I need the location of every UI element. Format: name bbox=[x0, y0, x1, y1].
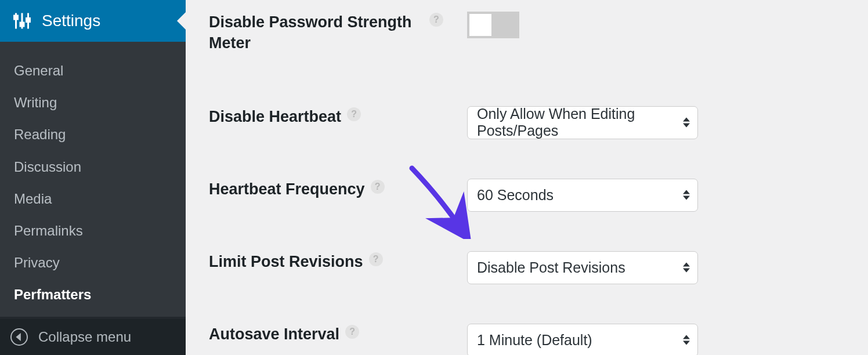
toggle-handle bbox=[469, 14, 491, 36]
select-disable-heartbeat[interactable]: Only Allow When Editing Posts/Pages bbox=[467, 106, 698, 139]
sidebar-item-privacy[interactable]: Privacy bbox=[0, 247, 186, 278]
row-disable-password-strength: Disable Password Strength Meter ? bbox=[209, 12, 868, 54]
setting-label: Autosave Interval bbox=[209, 324, 339, 345]
sidebar-item-settings[interactable]: Settings bbox=[0, 0, 186, 42]
settings-content: Disable Password Strength Meter ? Disabl… bbox=[209, 0, 868, 355]
select-wrap: 60 Seconds bbox=[467, 179, 698, 212]
select-wrap: 1 Minute (Default) bbox=[467, 324, 698, 355]
svg-rect-4 bbox=[20, 23, 24, 26]
admin-sidebar: Settings General Writing Reading Discuss… bbox=[0, 0, 186, 355]
row-autosave-interval: Autosave Interval ? 1 Minute (Default) bbox=[209, 324, 868, 355]
label-wrap: Disable Password Strength Meter ? bbox=[209, 12, 467, 54]
select-wrap: Disable Post Revisions bbox=[467, 251, 698, 284]
collapse-label: Collapse menu bbox=[38, 329, 131, 345]
label-wrap: Disable Heartbeat ? bbox=[209, 106, 467, 127]
collapse-menu-button[interactable]: Collapse menu bbox=[0, 319, 186, 355]
select-limit-post-revisions[interactable]: Disable Post Revisions bbox=[467, 251, 698, 284]
svg-rect-5 bbox=[27, 19, 30, 22]
sidebar-item-perfmatters[interactable]: Perfmatters bbox=[0, 278, 186, 310]
setting-label: Disable Password Strength Meter bbox=[209, 12, 424, 54]
sidebar-item-reading[interactable]: Reading bbox=[0, 118, 186, 150]
svg-rect-3 bbox=[15, 16, 18, 19]
sliders-icon bbox=[12, 10, 32, 31]
sidebar-submenu: General Writing Reading Discussion Media… bbox=[0, 42, 186, 317]
select-autosave-interval[interactable]: 1 Minute (Default) bbox=[467, 324, 698, 355]
select-heartbeat-frequency[interactable]: 60 Seconds bbox=[467, 179, 698, 212]
svg-marker-6 bbox=[16, 333, 20, 341]
label-wrap: Autosave Interval ? bbox=[209, 324, 467, 345]
row-limit-post-revisions: Limit Post Revisions ? Disable Post Revi… bbox=[209, 251, 868, 284]
row-heartbeat-frequency: Heartbeat Frequency ? 60 Seconds bbox=[209, 179, 868, 212]
setting-label: Disable Heartbeat bbox=[209, 106, 341, 127]
label-wrap: Heartbeat Frequency ? bbox=[209, 179, 467, 200]
sidebar-item-media[interactable]: Media bbox=[0, 183, 186, 215]
row-disable-heartbeat: Disable Heartbeat ? Only Allow When Edit… bbox=[209, 106, 868, 139]
label-wrap: Limit Post Revisions ? bbox=[209, 251, 467, 272]
collapse-icon bbox=[10, 328, 28, 346]
sidebar-item-permalinks[interactable]: Permalinks bbox=[0, 215, 186, 247]
help-icon[interactable]: ? bbox=[345, 325, 359, 339]
help-icon[interactable]: ? bbox=[347, 107, 361, 121]
select-wrap: Only Allow When Editing Posts/Pages bbox=[467, 106, 698, 139]
setting-label: Limit Post Revisions bbox=[209, 251, 363, 272]
sidebar-item-general[interactable]: General bbox=[0, 55, 186, 86]
help-icon[interactable]: ? bbox=[371, 180, 385, 194]
setting-label: Heartbeat Frequency bbox=[209, 179, 365, 200]
sidebar-active-label: Settings bbox=[42, 12, 100, 30]
toggle-disable-password-strength[interactable] bbox=[467, 12, 519, 38]
sidebar-item-writing[interactable]: Writing bbox=[0, 86, 186, 118]
help-icon[interactable]: ? bbox=[429, 13, 443, 27]
help-icon[interactable]: ? bbox=[369, 252, 383, 266]
sidebar-item-discussion[interactable]: Discussion bbox=[0, 151, 186, 183]
